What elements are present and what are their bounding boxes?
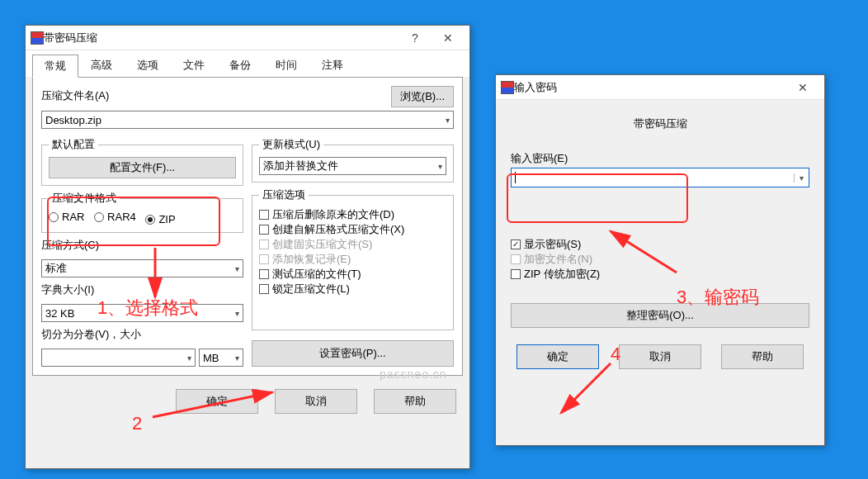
update-mode-select[interactable]: 添加并替换文件▾ (259, 157, 446, 175)
radio-rar[interactable]: RAR (49, 211, 84, 223)
password-input[interactable]: ▾ (511, 168, 809, 187)
help-button[interactable]: ? (399, 26, 432, 50)
tab-comment[interactable]: 注释 (309, 54, 356, 77)
method-select[interactable]: 标准▾ (41, 259, 243, 277)
tab-time[interactable]: 时间 (263, 54, 309, 77)
dict-label: 字典大小(I) (41, 282, 243, 297)
chevron-down-icon: ▾ (235, 264, 239, 273)
ok-button[interactable]: 确定 (517, 344, 599, 369)
opt-delete-after[interactable]: 压缩后删除原来的文件(D) (259, 207, 394, 222)
tab-options[interactable]: 选项 (125, 54, 171, 77)
titlebar: 输入密码 ✕ (496, 75, 824, 100)
chevron-down-icon[interactable]: ▾ (794, 173, 809, 183)
dict-select[interactable]: 32 KB▾ (41, 304, 243, 322)
format-group: 压缩文件格式 RAR RAR4 ZIP (41, 191, 243, 233)
tab-body: 压缩文件名(A) 浏览(B)... Desktop.zip ▾ 默认配置 配置文… (32, 77, 463, 376)
app-icon (31, 31, 44, 45)
dialog-footer: 确定 取消 帮助 (26, 382, 469, 424)
cancel-button[interactable]: 取消 (275, 389, 357, 414)
chevron-down-icon: ▾ (187, 353, 191, 363)
text-caret (515, 172, 516, 183)
tab-files[interactable]: 文件 (171, 54, 217, 77)
split-size-input[interactable]: ▾ (41, 349, 196, 367)
update-mode-group: 更新模式(U) 添加并替换文件▾ (252, 137, 454, 183)
window-title: 带密码压缩 (44, 31, 399, 45)
cancel-button[interactable]: 取消 (619, 344, 701, 369)
app-icon (501, 81, 514, 94)
opt-lock[interactable]: 锁定压缩文件(L) (259, 282, 350, 296)
dialog-body: 带密码压缩 输入密码(E) ▾ 显示密码(S) 加密文件名(N) ZIP 传统加… (496, 100, 824, 336)
compress-options-group: 压缩选项 压缩后删除原来的文件(D) 创建自解压格式压缩文件(X) 创建固实压缩… (252, 187, 454, 330)
dialog-footer: 确定 取消 帮助 (496, 336, 824, 381)
archive-name-label: 压缩文件名(A) (41, 88, 383, 103)
default-config-group: 默认配置 配置文件(F)... (41, 137, 243, 186)
titlebar: 带密码压缩 ? ✕ (26, 26, 469, 50)
dialog-heading: 带密码压缩 (511, 116, 809, 131)
zip-legacy-check[interactable]: ZIP 传统加密(Z) (511, 267, 600, 282)
opt-sfx[interactable]: 创建自解压格式压缩文件(X) (259, 222, 404, 237)
chevron-down-icon: ▾ (235, 353, 239, 363)
compress-options-legend: 压缩选项 (259, 187, 309, 202)
format-legend: 压缩文件格式 (49, 191, 120, 206)
radio-zip[interactable]: ZIP (145, 213, 175, 225)
chevron-down-icon: ▾ (446, 116, 450, 125)
archive-name-value: Desktop.zip (45, 114, 101, 126)
opt-test[interactable]: 测试压缩的文件(T) (259, 267, 361, 282)
show-password-check[interactable]: 显示密码(S) (511, 237, 581, 252)
set-password-button[interactable]: 设置密码(P)... (252, 340, 454, 367)
update-mode-legend: 更新模式(U) (259, 137, 323, 152)
chevron-down-icon: ▾ (235, 309, 239, 318)
opt-solid: 创建固实压缩文件(S) (259, 237, 372, 252)
window-title: 输入密码 (514, 80, 786, 95)
password-dialog: 输入密码 ✕ 带密码压缩 输入密码(E) ▾ 显示密码(S) 加密文件名(N) … (495, 74, 825, 446)
chevron-down-icon: ▾ (438, 162, 442, 171)
close-button[interactable]: ✕ (432, 26, 465, 50)
archive-name-input[interactable]: Desktop.zip ▾ (41, 111, 454, 129)
encrypt-names-check: 加密文件名(N) (511, 252, 592, 267)
split-label: 切分为分卷(V)，大小 (41, 327, 243, 342)
tab-advanced[interactable]: 高级 (78, 54, 125, 77)
method-label: 压缩方式(C) (41, 238, 243, 253)
help-button-footer[interactable]: 帮助 (721, 344, 804, 369)
organize-passwords-button[interactable]: 整理密码(O)... (511, 303, 809, 328)
profiles-button[interactable]: 配置文件(F)... (49, 157, 236, 178)
ok-button[interactable]: 确定 (176, 389, 258, 414)
tab-backup[interactable]: 备份 (217, 54, 263, 77)
split-unit-select[interactable]: MB▾ (199, 349, 243, 367)
close-button[interactable]: ✕ (786, 76, 819, 99)
archive-dialog: 带密码压缩 ? ✕ 常规 高级 选项 文件 备份 时间 注释 压缩文件名(A) … (25, 25, 470, 469)
enter-password-label: 输入密码(E) (511, 151, 809, 166)
radio-rar4[interactable]: RAR4 (94, 211, 136, 223)
browse-button[interactable]: 浏览(B)... (391, 86, 454, 107)
help-button-footer[interactable]: 帮助 (374, 389, 456, 414)
default-config-legend: 默认配置 (49, 137, 98, 152)
tab-general[interactable]: 常规 (32, 55, 78, 78)
tab-strip: 常规 高级 选项 文件 备份 时间 注释 (26, 50, 469, 77)
opt-recovery: 添加恢复记录(E) (259, 252, 351, 267)
